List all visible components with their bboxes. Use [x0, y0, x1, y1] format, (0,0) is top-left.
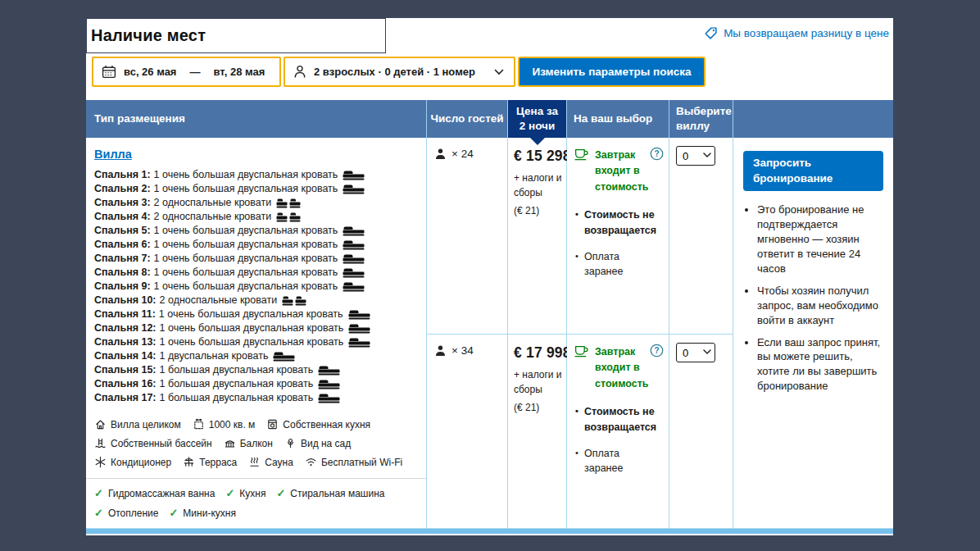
- guest-count: × 24: [451, 148, 474, 160]
- extra-amenity: ✓Кухня: [225, 487, 265, 499]
- double-bed-icon: [318, 365, 340, 376]
- villa-quantity-select[interactable]: 0: [676, 146, 715, 166]
- check-icon: ✓: [276, 487, 285, 499]
- bedroom-line: Спальня 7:1 очень большая двуспальная кр…: [94, 252, 418, 266]
- breakfast-included-label: Завтрак входит в стоимость: [595, 344, 647, 392]
- select-cell: 0: [669, 138, 733, 335]
- feature-label: Вилла целиком: [111, 419, 181, 430]
- breakfast-included-label: Завтрак входит в стоимость: [595, 148, 647, 195]
- reserve-cell: Запросить бронирование Это бронирование …: [733, 138, 893, 529]
- double-bed-icon: [273, 351, 295, 362]
- double-bed-icon: [343, 253, 365, 264]
- breakfast-icon: [574, 344, 589, 392]
- check-icon: ✓: [94, 507, 103, 519]
- kitchen-icon: [266, 418, 279, 430]
- booking-notes: Это бронирование не подтверждается мгнов…: [743, 203, 883, 394]
- request-booking-button[interactable]: Запросить бронирование: [743, 151, 883, 191]
- feature-item: Терраса: [183, 456, 237, 468]
- feature-item: Вид на сад: [284, 437, 351, 449]
- change-search-button[interactable]: Изменить параметры поиска: [518, 57, 706, 87]
- extra-label: Гидромассажная ванна: [108, 488, 215, 499]
- checkin-date: вс, 26 мая: [124, 66, 176, 78]
- condition-item: Оплата заранее: [574, 249, 660, 280]
- column-header-empty: [733, 100, 893, 138]
- pool-icon: [94, 437, 107, 449]
- feature-label: Собственный бассейн: [111, 438, 212, 449]
- condition-item: Стоимость не возвращается: [574, 404, 660, 435]
- price-match-label: Мы возвращаем разницу в цене: [724, 27, 889, 39]
- feature-item: Бесплатный Wi-Fi: [305, 456, 402, 468]
- twin-beds-icon: [276, 198, 301, 208]
- terrace-icon: [183, 456, 195, 468]
- double-bed-icon: [343, 281, 365, 292]
- guests-cell: × 24: [427, 138, 508, 335]
- double-bed-icon: [348, 309, 370, 320]
- villa-quantity-select[interactable]: 0: [676, 343, 715, 362]
- feature-label: Балкон: [240, 438, 273, 449]
- twin-beds-icon: [282, 295, 306, 306]
- condition-item: Оплата заранее: [574, 446, 660, 477]
- booking-note: Это бронирование не подтверждается мгнов…: [757, 203, 883, 276]
- villa-link[interactable]: Вилла: [94, 148, 132, 161]
- svg-text:?: ?: [654, 346, 659, 355]
- extra-label: Стиральная машина: [290, 488, 384, 499]
- double-bed-icon: [343, 225, 365, 236]
- double-bed-icon: [348, 323, 370, 334]
- bedroom-line: Спальня 9:1 очень большая двуспальная кр…: [94, 280, 418, 294]
- guests-cell: × 34: [427, 335, 508, 529]
- price-cell: € 15 298 + налоги и сборы (€ 21): [508, 138, 567, 335]
- extra-label: Мини-кухня: [183, 508, 236, 519]
- extra-amenity: ✓Мини-кухня: [169, 507, 235, 519]
- feature-item: Балкон: [224, 437, 273, 449]
- price-match-link[interactable]: Мы возвращаем разницу в цене: [704, 26, 889, 40]
- bedroom-line: Спальня 17:1 большая двуспальная кровать: [94, 391, 418, 405]
- date-range-field[interactable]: вс, 26 мая — вт, 28 мая: [92, 57, 281, 87]
- bedroom-line: Спальня 15:1 большая двуспальная кровать: [94, 363, 418, 377]
- bedroom-line: Спальня 1:1 очень большая двуспальная кр…: [94, 168, 418, 182]
- double-bed-icon: [343, 267, 365, 278]
- bedroom-line: Спальня 11:1 очень большая двуспальная к…: [94, 307, 418, 321]
- bedroom-line: Спальня 3:2 односпальные кровати: [94, 196, 418, 210]
- price-cell: € 17 998 + налоги и сборы (€ 21): [508, 335, 567, 529]
- double-bed-icon: [348, 337, 370, 348]
- feature-item: Собственный бассейн: [94, 437, 212, 449]
- feature-label: Бесплатный Wi-Fi: [321, 457, 402, 468]
- room-type-cell: Вилла Спальня 1:1 очень большая двуспаль…: [86, 138, 427, 529]
- price-value: € 17 998: [514, 344, 566, 362]
- chevron-down-icon: [494, 69, 504, 75]
- extra-label: Отопление: [108, 508, 159, 519]
- guest-icon: [435, 345, 446, 357]
- bedroom-line: Спальня 8:1 очень большая двуспальная кр…: [94, 266, 418, 280]
- taxes-amount: (€ 21): [514, 203, 565, 218]
- help-icon[interactable]: ?: [650, 147, 664, 164]
- extra-list: ✓Гидромассажная ванна✓Кухня✓Стиральная м…: [94, 487, 406, 519]
- help-icon[interactable]: ?: [650, 344, 664, 361]
- feature-item: Сауна: [248, 456, 293, 468]
- garden-view-icon: [284, 437, 297, 449]
- taxes-note: + налоги и сборы: [514, 171, 565, 200]
- extra-label: Кухня: [239, 488, 265, 499]
- bedroom-line: Спальня 12:1 очень большая двуспальная к…: [94, 321, 418, 335]
- bedroom-list: Спальня 1:1 очень большая двуспальная кр…: [94, 168, 418, 405]
- quantity-select-wrapper: 0: [676, 343, 715, 362]
- size-icon: [193, 418, 205, 430]
- extra-amenity: ✓Отопление: [94, 507, 158, 519]
- check-icon: ✓: [94, 487, 103, 499]
- feature-label: Терраса: [199, 457, 237, 468]
- feature-item: Собственная кухня: [266, 418, 370, 430]
- occupancy-field[interactable]: 2 взрослых · 0 детей · 1 номер: [284, 57, 515, 87]
- conditions-cell: Завтрак входит в стоимость ? Стоимость н…: [567, 335, 669, 529]
- date-separator: —: [189, 66, 200, 78]
- price-tag-icon: [704, 26, 718, 40]
- column-header-type: Тип размещения: [86, 100, 427, 138]
- feature-label: Собственная кухня: [283, 419, 370, 430]
- checkout-date: вт, 28 мая: [213, 66, 265, 78]
- conditions-cell: Завтрак входит в стоимость ? Стоимость н…: [567, 138, 669, 335]
- feature-label: Сауна: [265, 457, 293, 468]
- bedroom-line: Спальня 6:1 очень большая двуспальная кр…: [94, 238, 418, 252]
- feature-label: 1000 кв. м: [209, 419, 256, 430]
- divider: [86, 478, 426, 479]
- booking-note: Если ваш запрос принят, вы можете решить…: [757, 335, 883, 394]
- extra-amenity: ✓Гидромассажная ванна: [94, 487, 215, 499]
- check-icon: ✓: [169, 507, 178, 519]
